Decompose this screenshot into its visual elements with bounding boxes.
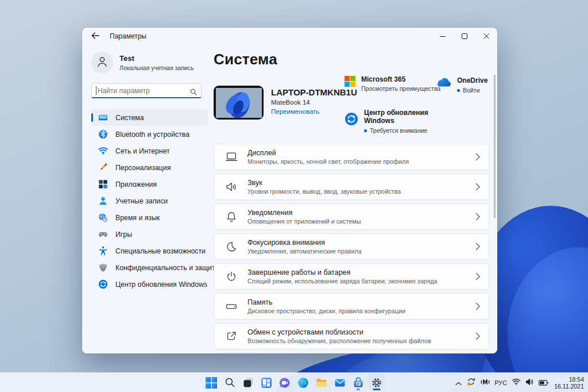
sidebar-item-label: Сеть и Интернет (115, 147, 170, 155)
settings-card-storage[interactable]: ПамятьДисковое пространство, диски, прав… (214, 293, 489, 320)
avatar (91, 52, 113, 74)
edge-icon (297, 377, 309, 389)
sidebar-item-privacy[interactable]: Конфиденциальность и защита (91, 259, 208, 276)
search-input[interactable] (91, 83, 202, 98)
windows-update-icon (98, 279, 108, 289)
tray-update-pending-button[interactable] (466, 377, 476, 389)
sidebar-item-accounts[interactable]: Учетные записи (91, 193, 208, 209)
sidebar-item-accessibility[interactable]: Специальные возможности (91, 243, 208, 259)
minimize-button[interactable] (432, 28, 454, 45)
device-model: MateBook 14 (271, 99, 357, 106)
language-indicator[interactable]: РУС (494, 379, 507, 386)
taskbar-start-button[interactable] (203, 374, 220, 391)
clock-time: 18:54 (554, 376, 584, 383)
sidebar-item-label: Учетные записи (115, 197, 168, 205)
card-title: Звук (247, 179, 466, 187)
card-subtitle: Мониторы, яркость, ночной свет, отображе… (247, 158, 466, 165)
taskbar-search-button[interactable] (221, 374, 238, 391)
card-subtitle: Уведомления, автоматические правила (247, 248, 466, 255)
taskbar-widgets-button[interactable] (258, 374, 275, 391)
search-box (91, 83, 202, 98)
storage-icon (225, 300, 238, 313)
taskbar-chat-button[interactable] (276, 374, 293, 391)
chevron-right-icon (475, 243, 481, 251)
chevron-right-icon (475, 302, 481, 310)
clock-date: 16.11.2021 (554, 383, 584, 390)
sidebar-item-network[interactable]: Сеть и Интернет (91, 143, 208, 159)
file-explorer-icon (316, 377, 327, 389)
mail-icon (334, 377, 346, 389)
onedrive-promo[interactable]: OneDrive Войти (435, 76, 488, 94)
sidebar-nav: СистемаBluetooth и устройстваСеть и Инте… (91, 109, 208, 293)
account-block[interactable]: Test Локальная учетная запись (91, 52, 208, 74)
taskbar-edge-button[interactable] (295, 374, 312, 391)
back-button[interactable] (91, 32, 100, 41)
sidebar-item-label: Время и язык (115, 214, 160, 222)
microsoft365-title: Microsoft 365 (361, 75, 440, 83)
sidebar-item-windows-update[interactable]: Центр обновления Windows (91, 276, 208, 293)
tray-app-button[interactable] (481, 378, 490, 388)
volume-icon (525, 378, 534, 388)
settings-cards: ДисплейМониторы, яркость, ночной свет, о… (214, 144, 489, 353)
sidebar-item-gaming[interactable]: Игры (91, 226, 208, 243)
settings-card-nearby-sharing[interactable]: Обмен с устройствами поблизостиВозможнос… (214, 323, 489, 349)
microsoft365-promo[interactable]: Microsoft 365 Просмотреть преимущества (345, 75, 440, 92)
titlebar: Параметры (82, 28, 497, 45)
system-icon (98, 113, 108, 122)
settings-card-power[interactable]: Завершение работы и батареяСпящий режим,… (214, 263, 489, 290)
sound-icon (225, 180, 238, 193)
maximize-button[interactable] (454, 28, 475, 45)
close-button[interactable] (475, 28, 497, 45)
page-title: Система (214, 51, 489, 68)
settings-card-focus[interactable]: Фокусировка вниманияУведомления, автомат… (214, 233, 489, 260)
start-icon (206, 377, 217, 389)
gaming-icon (98, 229, 108, 239)
onedrive-cloud-icon (435, 76, 451, 94)
search-icon (225, 377, 235, 388)
app-title: Параметры (110, 32, 146, 40)
sidebar-item-system[interactable]: Система (91, 109, 208, 126)
accessibility-icon (98, 246, 108, 256)
taskbar-store-button[interactable] (350, 374, 367, 391)
chevron-right-icon (475, 213, 481, 221)
sidebar-item-time-language[interactable]: Время и язык (91, 209, 208, 226)
desktop: Параметры Test Локальная учетная запись (0, 0, 588, 392)
display-icon (225, 151, 238, 163)
volume-button[interactable] (525, 378, 534, 388)
sidebar-item-bluetooth[interactable]: Bluetooth и устройства (91, 126, 208, 143)
taskbar-settings-button[interactable] (368, 374, 385, 391)
chevron-up-icon (455, 378, 462, 388)
settings-card-notifications[interactable]: УведомленияОповещения от приложений и си… (214, 203, 489, 230)
taskbar: РУС 18:54 16.11.2021 (0, 372, 588, 392)
tray-chevron-up-button[interactable] (455, 378, 462, 388)
power-icon (225, 270, 238, 283)
accounts-icon (98, 196, 108, 206)
device-block: LAPTOP-DTMKNB1U MateBook 14 Переименоват… (214, 86, 357, 120)
store-icon (353, 377, 364, 389)
battery-button[interactable] (539, 378, 548, 388)
taskbar-file-explorer-button[interactable] (313, 374, 330, 391)
focus-icon (225, 240, 238, 253)
bluetooth-icon (98, 129, 108, 139)
card-title: Уведомления (247, 209, 466, 217)
m-badge-icon (481, 378, 490, 388)
clock[interactable]: 18:54 16.11.2021 (554, 376, 584, 390)
sidebar-item-personalization[interactable]: Персонализация (91, 159, 208, 176)
windows-update-promo[interactable]: Центр обновления Windows Требуется внима… (345, 109, 432, 134)
wifi-button[interactable] (512, 378, 521, 388)
onedrive-title: OneDrive (457, 76, 488, 84)
active-indicator (373, 389, 381, 390)
scrollbar[interactable] (494, 75, 496, 218)
windows-update-title: Центр обновления Windows (364, 109, 432, 125)
taskbar-mail-button[interactable] (331, 374, 349, 391)
sidebar-item-apps[interactable]: Приложения (91, 176, 208, 193)
chat-icon (279, 377, 291, 389)
settings-card-sound[interactable]: ЗвукУровни громкости, вывод, ввод, звуко… (214, 174, 489, 200)
taskbar-task-view-button[interactable] (239, 374, 257, 391)
sidebar: Test Локальная учетная запись СистемаBlu… (82, 45, 214, 353)
back-arrow-icon (91, 31, 99, 41)
settings-card-display[interactable]: ДисплейМониторы, яркость, ночной свет, о… (214, 144, 489, 170)
task-view-icon (243, 377, 254, 388)
time-language-icon (98, 213, 108, 222)
close-icon (483, 31, 489, 41)
